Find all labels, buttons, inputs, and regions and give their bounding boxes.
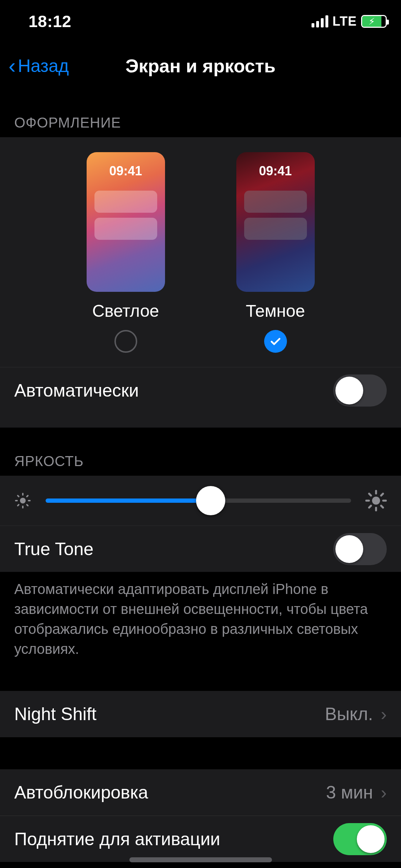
- svg-line-8: [27, 496, 28, 497]
- network-type: LTE: [333, 14, 357, 29]
- checkmark-icon: [269, 335, 282, 348]
- night-shift-row[interactable]: Night Shift Выкл. ›: [0, 691, 401, 737]
- raise-to-wake-toggle[interactable]: [333, 823, 387, 855]
- raise-to-wake-row: Поднятие для активации: [0, 816, 401, 862]
- raise-to-wake-label: Поднятие для активации: [14, 829, 220, 849]
- back-label: Назад: [18, 56, 69, 76]
- light-mode-radio[interactable]: [114, 330, 137, 353]
- svg-line-17: [381, 494, 383, 496]
- automatic-toggle[interactable]: [333, 374, 387, 407]
- dark-mode-preview-icon: 09:41: [236, 152, 315, 292]
- brightness-slider[interactable]: [46, 498, 351, 503]
- sun-min-icon: [14, 492, 31, 509]
- cellular-signal-icon: [312, 15, 328, 27]
- navigation-bar: ‹ Назад Экран и яркость: [0, 43, 401, 89]
- svg-point-9: [372, 497, 380, 505]
- autolock-value: 3 мин: [326, 782, 373, 803]
- appearance-group: 09:41 Светлое 09:41 Темное А: [0, 137, 401, 428]
- svg-line-16: [369, 506, 371, 507]
- svg-line-15: [381, 506, 383, 507]
- page-title: Экран и яркость: [125, 55, 276, 77]
- sun-max-icon: [365, 490, 387, 511]
- lock-group: Автоблокировка 3 мин › Поднятие для акти…: [0, 769, 401, 862]
- appearance-option-dark[interactable]: 09:41 Темное: [236, 152, 315, 353]
- automatic-label: Автоматически: [14, 380, 139, 401]
- slider-thumb[interactable]: [196, 486, 225, 515]
- brightness-slider-row: [0, 476, 401, 526]
- appearance-option-light[interactable]: 09:41 Светлое: [87, 152, 165, 353]
- autolock-row[interactable]: Автоблокировка 3 мин ›: [0, 769, 401, 816]
- dark-mode-radio[interactable]: [264, 330, 287, 353]
- automatic-row: Автоматически: [0, 367, 401, 413]
- dark-mode-label: Темное: [246, 301, 305, 321]
- svg-line-14: [369, 494, 371, 496]
- svg-point-0: [20, 498, 26, 503]
- status-bar: 18:12 LTE ⚡︎: [0, 0, 401, 43]
- night-shift-group: Night Shift Выкл. ›: [0, 691, 401, 737]
- light-mode-preview-icon: 09:41: [87, 152, 165, 292]
- svg-line-5: [18, 496, 19, 497]
- autolock-label: Автоблокировка: [14, 782, 148, 803]
- section-header-appearance: ОФОРМЛЕНИЕ: [0, 89, 401, 137]
- back-button[interactable]: ‹ Назад: [9, 55, 69, 77]
- status-time: 18:12: [29, 12, 71, 31]
- night-shift-value: Выкл.: [325, 704, 373, 724]
- chevron-right-icon: ›: [381, 704, 387, 724]
- chevron-left-icon: ‹: [9, 55, 16, 77]
- svg-line-7: [18, 505, 19, 506]
- true-tone-label: True Tone: [14, 539, 93, 559]
- light-mode-label: Светлое: [92, 301, 159, 321]
- home-indicator[interactable]: [129, 857, 272, 862]
- battery-charging-icon: ⚡︎: [361, 15, 387, 28]
- night-shift-label: Night Shift: [14, 704, 97, 724]
- true-tone-toggle[interactable]: [333, 533, 387, 565]
- brightness-group: True Tone: [0, 476, 401, 572]
- true-tone-footer: Автоматически адаптировать дисплей iPhon…: [0, 572, 401, 670]
- true-tone-row: True Tone: [0, 526, 401, 572]
- chevron-right-icon: ›: [381, 782, 387, 803]
- svg-line-6: [27, 505, 28, 506]
- section-header-brightness: ЯРКОСТЬ: [0, 428, 401, 476]
